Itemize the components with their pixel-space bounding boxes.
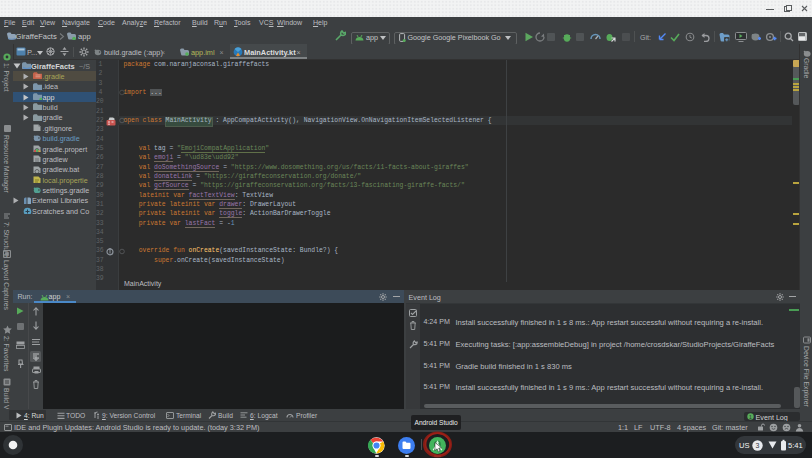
svg-text:3: 3 bbox=[756, 442, 760, 449]
svg-text:1: 1 bbox=[749, 414, 752, 420]
